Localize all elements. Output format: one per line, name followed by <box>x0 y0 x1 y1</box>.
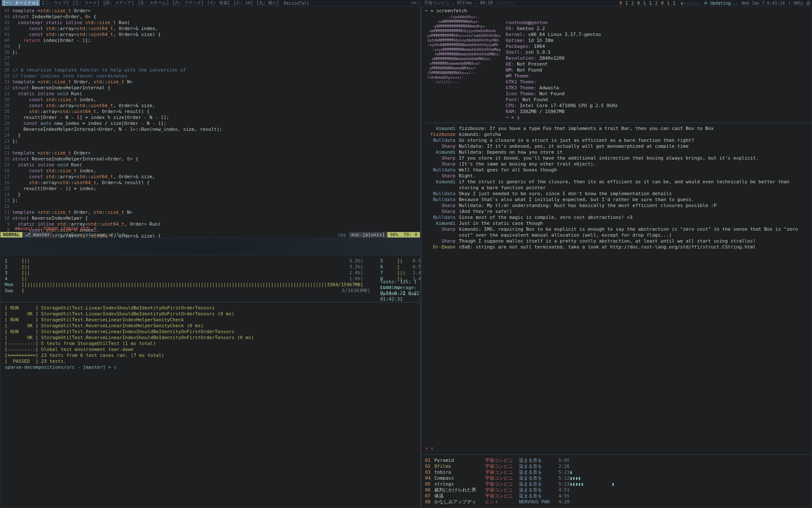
irc-chat-pane[interactable]: kimundifizzbooze: If you have a type Foo… <box>421 123 812 455</box>
battery: ( 98%) ⏻ <box>788 1 810 6</box>
sysinfo-row: Font: Not Found <box>506 97 618 103</box>
gtest-output-pane[interactable]: [ RUN ] StorageUtilTest.LinearIndexShoul… <box>0 302 420 508</box>
chat-message: SharpNulldata: My tl;dr understanding: R… <box>425 203 808 209</box>
cpu-bar: 1[||3.3%] <box>5 258 363 264</box>
code-line: 31 static inline void Run( <box>0 91 420 97</box>
workspace-tab[interactable]: [五: スチーム] <box>136 0 170 6</box>
chat-text: kimundi: IMO, requiring Box to be explic… <box>459 226 808 238</box>
chat-message: kimundiif the struct is generic of the c… <box>425 179 808 191</box>
uptime-info: Uptime: 1 day, 01:42:31 <box>380 293 427 299</box>
now-playing-title: >>:: 宇宙コンビニ - 8films - 00:10 :::::::: <box>309 0 618 6</box>
chat-nick: Nulldata <box>425 138 459 144</box>
code-line: 23}; <box>0 138 420 144</box>
sysinfo-list: rootnode@gentooOS: Gentoo 2.2Kernel: x86… <box>506 20 618 121</box>
chat-nick: Sharp <box>425 226 459 238</box>
chat-text: Nulldata: If it's unboxed, yes, it actua… <box>459 144 808 149</box>
test-output-line: [ OK ] StorageUtilTest.ReverseLinearInde… <box>5 335 416 341</box>
code-line: 21template <std::size_t Order> <box>0 150 420 156</box>
chat-nick: Sharp <box>425 144 459 149</box>
chat-text: Since most of the magic is compile, zero… <box>459 215 808 221</box>
chat-text: Though I suppose malloc itself is a pret… <box>459 238 808 244</box>
chat-input[interactable]: > ▯ <box>425 446 433 452</box>
shell-prompt[interactable]: sparse-decompositions/src - [master] > ▯ <box>5 364 416 370</box>
code-line: 43 constexpr static inline std::size_t R… <box>0 20 420 26</box>
sf-prompt-cursor[interactable]: ~ > ▯ <box>506 115 618 121</box>
track-row[interactable]: 03tobira宇宙コンビニ染まる音を5:21 ▮ <box>425 469 808 475</box>
track-row[interactable]: 01Pyramid宇宙コンビニ染まる音を5:05 <box>425 458 808 464</box>
cpu-bar: 6[0.5%] <box>380 264 427 270</box>
chat-message: NulldataBecause that's also what I initi… <box>425 197 808 203</box>
chat-nick: Sharp <box>425 209 459 215</box>
test-output-line: [ PASSED ] 23 tests. <box>5 359 416 364</box>
workspace-tab[interactable]: [四: メディア] <box>102 0 135 6</box>
code-line: 19 static inline void Run( <box>0 162 420 168</box>
code-line: 24 } <box>0 133 420 138</box>
mem-bar: Mem [|||||||||||||||||||||||||||||||||||… <box>5 282 363 287</box>
code-line: 15 result[Order - 1] = index; <box>0 186 420 192</box>
code-line: 16 std::array<std::uint64_t, Order>& res… <box>0 180 420 186</box>
chat-text: fizzbooze: If you have a type Foo that i… <box>459 126 808 132</box>
scroll-pct: 98% <box>387 232 401 237</box>
track-row[interactable]: 08かなしみアップディヒントNERVOUS PAR4:20 <box>425 499 808 505</box>
chat-nick: kimundi <box>425 179 459 191</box>
htop-pane[interactable]: 1[||3.3%]2[||3.3%]3[||2.4%]4[|1.0%] Mem … <box>0 255 420 302</box>
sf-command: ~ > screenfetch <box>425 8 467 14</box>
chat-message: Dr-Emannc0a8: strings are not null termi… <box>425 244 808 250</box>
music-player-pane[interactable]: 01Pyramid宇宙コンビニ染まる音を5:05 028films宇宙コンビニ染… <box>421 455 812 508</box>
sysinfo-row: Icon Theme: Not Found <box>506 91 618 97</box>
code-line: 35// A recursive template functor to hel… <box>0 67 420 73</box>
sysinfo-row: GTK2 Theme: <box>506 79 618 85</box>
test-output-line: [ OK ] StorageUtilTest.ReverseLinearInde… <box>5 323 416 329</box>
chat-nick: Sharp <box>425 155 459 161</box>
chat-nick: Nulldata <box>425 167 459 173</box>
workspace-tab[interactable]: [六: ラテック] <box>171 0 205 6</box>
endif-line: ##endif // TENSOR_STORAGE_UTIL_H_ <box>0 226 99 231</box>
code-line: 18 const std::size_t index, <box>0 168 420 174</box>
status-dots: ▮::::::: <box>680 1 701 6</box>
code-line: 32struct ReverseIndexHelperInternal { <box>0 85 420 91</box>
workspace-tab[interactable]: [三: コード] <box>71 0 101 6</box>
code-line: 11template <std::size_t Order, std::size… <box>0 210 420 215</box>
chat-message: NulldataSince most of the magic is compi… <box>425 215 808 221</box>
vim-editor-pane[interactable]: 45template <std::size_t Order>44struct I… <box>0 6 420 238</box>
layout-label: ResizeTall <box>284 1 309 6</box>
workspace-tab[interactable]: [九: 残り] <box>255 0 280 6</box>
test-output-line: [ OK ] StorageUtilTest.LinearIndexShould… <box>5 311 416 317</box>
workspace-tab[interactable]: [一: ターミナル] <box>2 0 40 6</box>
swap-bar: Swp [ 6/16383MB] <box>5 287 363 293</box>
code-line: 42 const std::array<std::uint64_t, Order… <box>0 26 420 32</box>
sysinfo-row: Shell: zsh 5.0.5 <box>506 50 618 55</box>
cpu-bar: 2[||3.3%] <box>5 264 363 270</box>
chat-message: SharpNulldata: If it's unboxed, yes, it … <box>425 144 808 149</box>
chat-message: Sharp(It's the same as boxing any other … <box>425 161 808 167</box>
code-line: 38}; <box>0 50 420 55</box>
chat-text: c0a8: strings are not null terminated, t… <box>459 244 808 250</box>
chat-message: SharpThough I suppose malloc itself is a… <box>425 238 808 244</box>
chat-message: kimundiJust in the static case though <box>425 221 808 226</box>
workspace-tab[interactable]: [八: im] <box>232 0 254 6</box>
screenfetch-pane[interactable]: ~ > screenfetch .-/oydddddhs+:. -odNMMMM… <box>421 6 812 123</box>
track-row[interactable]: 05strings宇宙コンビニ染まる音を5:23 ▮▮▮▮▮ ▮ <box>425 481 808 487</box>
code-line: 12 <box>0 204 420 210</box>
sysinfo-row: Resolution: 3840x1200 <box>506 55 618 61</box>
track-row[interactable]: 06裁判にかけられた男宇宙コンビニ染まる音を4:51 <box>425 487 808 493</box>
track-row[interactable]: 07体温宇宙コンビニ染まる音を4:55 <box>425 493 808 499</box>
chat-nick: Nulldata <box>425 197 459 203</box>
code-line: 13}; <box>0 198 420 204</box>
sysinfo-row: GTK3 Theme: Adwaita <box>506 85 618 91</box>
code-line: 22 <box>0 144 420 150</box>
chat-message: NulldataSo storing a closure in a struct… <box>425 138 808 144</box>
chat-nick: kimundi <box>425 126 459 132</box>
workspace-tab[interactable]: [二: ウェブ] <box>41 0 70 6</box>
code-line: 41 const std::array<std::uint64_t, Order… <box>0 32 420 38</box>
workspace-tab[interactable]: [七: 音楽] <box>206 0 231 6</box>
sysinfo-row: RAM: 3302MB / 15967MB <box>506 109 618 115</box>
sysinfo-row: Uptime: 1d 1h 38m <box>506 38 618 44</box>
track-row[interactable]: 028films宇宙コンビニ染まる音を2:26 <box>425 464 808 469</box>
chat-message: Sharp(And they're safe!) <box>425 209 808 215</box>
sysinfo-row: Packages: 1064 <box>506 44 618 50</box>
track-row[interactable]: 04Compass宇宙コンビニ染まる音を5:12 ▮▮▮▮ <box>425 475 808 481</box>
git-branch: ⎇ master <box>22 232 52 237</box>
cpu-bar: 3[||2.4%] <box>5 270 363 276</box>
ascii-logo: .-/oydddddhs+:. -odNMMMMMMMMNNmhy+- -yNM… <box>425 15 501 121</box>
